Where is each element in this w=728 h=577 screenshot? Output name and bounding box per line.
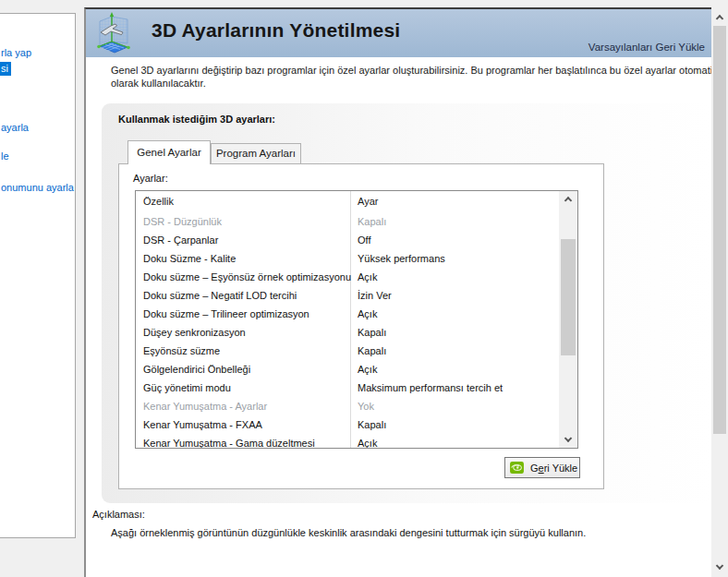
setting-value-cell[interactable]: Açık (358, 271, 377, 282)
sidebar-item-configure-physx[interactable]: ayarla (1, 122, 29, 133)
sidebar-item-change-resolution[interactable]: le (1, 150, 9, 162)
chevron-up-icon (564, 197, 572, 204)
scroll-down-button[interactable] (711, 559, 728, 575)
main-scrollbar[interactable] (711, 7, 728, 577)
main-content: 3D Ayarlarının Yönetilmesi Varsayılanlar… (84, 7, 711, 577)
column-header-setting[interactable]: Ayar (358, 196, 378, 207)
setting-value-cell[interactable]: Açık (358, 438, 377, 449)
setting-value-cell[interactable]: Yok (358, 401, 374, 412)
table-row[interactable]: Doku süzme – Negatif LOD tercihiİzin Ver (136, 287, 559, 306)
restore-button-label: Geri Yükle (530, 463, 577, 474)
settings-table: Özellik Ayar DSR - DüzgünlükKapalıDSR - … (135, 190, 578, 449)
table-row[interactable]: Doku Süzme - KaliteYüksek performans (136, 250, 559, 269)
tab-program-settings[interactable]: Program Ayarları (211, 143, 301, 164)
table-row[interactable]: Kenar Yumuşatma - FXAAKapalı (136, 416, 559, 435)
feature-cell: DSR - Çarpanlar (143, 234, 218, 246)
feature-cell: Güç yönetimi modu (143, 382, 231, 393)
table-row[interactable]: Düşey senkronizasyonKapalı (136, 324, 559, 343)
feature-cell: Kenar Yumuşatma - Gama düzeltmesi (143, 438, 315, 449)
table-row[interactable]: Kenar Yumuşatma - AyarlarYok (136, 398, 559, 416)
description-label: Açıklaması: (92, 509, 145, 520)
table-row[interactable]: DSR - DüzgünlükKapalı (136, 213, 559, 232)
intro-text: Genel 3D ayarlarını değiştirip bazı prog… (111, 64, 710, 90)
sidebar-item-adjust-image-settings[interactable]: rla yap (1, 47, 31, 58)
sidebar-item-manage-3d-settings-selected[interactable]: si (0, 62, 11, 76)
feature-cell: Kenar Yumuşatma - FXAA (143, 419, 262, 430)
setting-value-cell[interactable]: Kapalı (358, 419, 386, 430)
table-scrollbar[interactable] (559, 191, 577, 448)
window-top-strip (0, 0, 728, 7)
table-row[interactable]: DSR - ÇarpanlarOff (136, 232, 559, 250)
setting-value-cell[interactable]: Açık (358, 308, 377, 319)
chevron-down-icon (716, 562, 723, 570)
scroll-up-button[interactable] (711, 9, 728, 26)
feature-cell: Düşey senkronizasyon (143, 327, 246, 338)
feature-cell: Gölgelendirici Önbelleği (143, 364, 250, 375)
sidebar-item-adjust-desktop-position[interactable]: onumunu ayarla (1, 182, 74, 193)
3d-axes-plane-icon (96, 12, 131, 54)
restore-button[interactable]: Geri Yükle (504, 457, 580, 478)
table-row[interactable]: Gölgelendirici ÖnbelleğiAçık (136, 361, 559, 379)
feature-cell: DSR - Düzgünlük (143, 216, 222, 227)
chevron-up-icon (716, 15, 723, 22)
settings-panel: Kullanmak istediğim 3D ayarları: Genel A… (102, 103, 711, 503)
setting-value-cell[interactable]: İzin Ver (358, 290, 392, 301)
feature-cell: Doku Süzme - Kalite (143, 253, 236, 264)
restore-defaults-link[interactable]: Varsayılanları Geri Yükle (588, 42, 705, 53)
setting-value-cell[interactable]: Off (358, 234, 370, 246)
intro-line-2: olarak kullanılacaktır. (111, 77, 710, 90)
setting-value-cell[interactable]: Kapalı (358, 216, 386, 227)
table-row[interactable]: Eşyönsüz süzmeKapalı (136, 343, 559, 361)
setting-value-cell[interactable]: Açık (358, 364, 377, 375)
setting-value-cell[interactable]: Kapalı (358, 345, 386, 356)
table-row[interactable]: Doku süzme – Trilineer optimizasyonAçık (136, 306, 559, 324)
setting-value-cell[interactable]: Kapalı (358, 327, 386, 338)
feature-cell: Doku süzme – Eşyönsüz örnek optimizasyon… (143, 271, 351, 282)
scroll-down-button[interactable] (559, 431, 577, 448)
table-row[interactable]: Kenar Yumuşatma - Gama düzeltmesiAçık (136, 435, 559, 449)
setting-value-cell[interactable]: Maksimum performansı tercih et (358, 382, 503, 393)
panel-heading: Kullanmak istediğim 3D ayarları: (118, 114, 275, 125)
page-header: 3D Ayarlarının Yönetilmesi Varsayılanlar… (86, 9, 711, 57)
navigation-tree: rla yap si ayarla le onumunu ayarla (0, 13, 76, 538)
feature-cell: Eşyönsüz süzme (143, 345, 220, 356)
table-header-row: Özellik Ayar (136, 191, 559, 213)
settings-label: Ayarlar: (133, 173, 168, 184)
nvidia-logo-icon (510, 462, 524, 474)
column-header-feature[interactable]: Özellik (143, 196, 174, 207)
tab-content: Ayarlar: Özellik Ayar DSR - DüzgünlükKap… (118, 163, 604, 489)
feature-cell: Kenar Yumuşatma - Ayarlar (143, 401, 267, 412)
setting-value-cell[interactable]: Yüksek performans (358, 253, 445, 264)
feature-cell: Doku süzme – Negatif LOD tercihi (143, 290, 297, 301)
description-text: Aşağı örneklenmiş görüntünün düzgünlükle… (111, 527, 707, 538)
tab-general-settings[interactable]: Genel Ayarlar (127, 140, 211, 164)
scrollbar-thumb[interactable] (561, 239, 576, 355)
page-title: 3D Ayarlarının Yönetilmesi (152, 19, 400, 42)
intro-line-1: Genel 3D ayarlarını değiştirip bazı prog… (111, 64, 710, 77)
table-row[interactable]: Güç yönetimi moduMaksimum performansı te… (136, 379, 559, 398)
scroll-up-button[interactable] (559, 191, 577, 208)
table-row[interactable]: Doku süzme – Eşyönsüz örnek optimizasyon… (136, 269, 559, 287)
feature-cell: Doku süzme – Trilineer optimizasyon (143, 308, 309, 319)
scrollbar-thumb[interactable] (713, 26, 726, 434)
chevron-down-icon (564, 435, 572, 442)
